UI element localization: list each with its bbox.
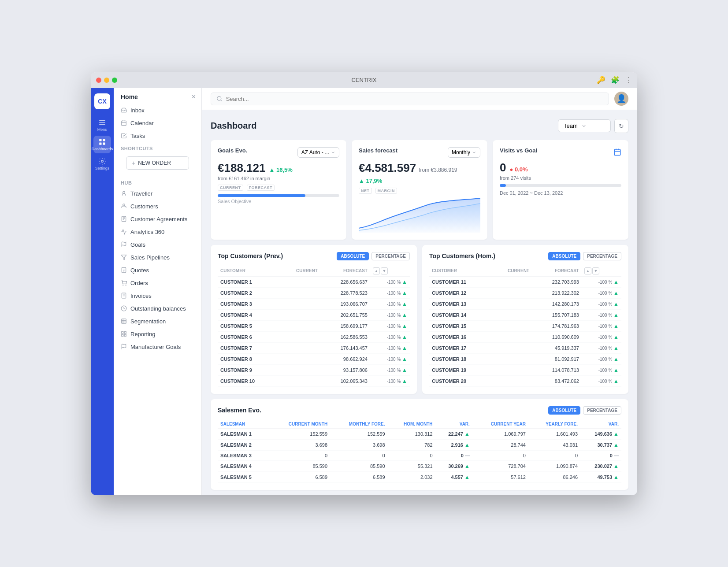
visits-progress-bar — [500, 184, 621, 187]
forecast-chevron-icon — [472, 150, 476, 155]
page-title: Dashboard — [211, 121, 256, 131]
trend-icon: ▲ — [464, 474, 470, 480]
top-prev-percentage-btn[interactable]: PERCENTAGE — [371, 252, 410, 260]
current-val — [490, 298, 532, 309]
minimize-button[interactable] — [104, 78, 109, 83]
nav-item-agreements[interactable]: Customer Agreements — [114, 213, 201, 226]
goals-dropdown[interactable]: AZ Auto - ... — [297, 147, 339, 158]
hom-sort-down-icon[interactable]: ▼ — [592, 267, 599, 274]
top-prev-header: Top Customers (Prev.) ABSOLUTE PERCENTAG… — [218, 252, 410, 260]
nav-item-tasks[interactable]: Tasks — [114, 130, 201, 142]
sidebar-item-menu[interactable]: Menu — [93, 116, 111, 134]
pct-val: -100 % ▲ — [370, 331, 410, 342]
maximize-button[interactable] — [112, 78, 117, 83]
nav-item-goals[interactable]: Goals — [114, 238, 201, 251]
nav-item-calendar[interactable]: Calendar — [114, 117, 201, 130]
visits-date-range: Dec 01, 2022 ~ Dec 13, 2022 — [500, 190, 621, 196]
nav-item-inbox[interactable]: Inbox — [114, 104, 201, 117]
goals-icon — [121, 241, 127, 248]
nav-item-invoices[interactable]: Invoices — [114, 289, 201, 302]
top-hom-thead-row: Customer CURRENT FORECAST ▲ ▼ — [429, 266, 621, 277]
table-row: CUSTOMER 7 176.143.457 -100 % ▲ — [218, 342, 410, 353]
invoices-icon — [121, 293, 127, 299]
window-controls[interactable] — [96, 78, 117, 83]
salesman-name: SALESMAN 2 — [218, 439, 268, 450]
quotes-icon — [121, 267, 127, 273]
sidebar-item-settings[interactable]: Settings — [93, 155, 111, 173]
nav-item-orders[interactable]: Orders — [114, 277, 201, 289]
pct-val: -100 % ▲ — [582, 375, 621, 386]
forecast-val: 158.699.177 — [320, 320, 370, 331]
nav-item-mfg-goals[interactable]: Manufacturer Goals — [114, 341, 201, 353]
trend-icon: ▲ — [613, 301, 619, 307]
nav-item-quotes[interactable]: Quotes — [114, 264, 201, 277]
table-row: CUSTOMER 4 202.651.755 -100 % ▲ — [218, 309, 410, 320]
top-hom-absolute-btn[interactable]: ABSOLUTE — [548, 252, 580, 260]
salesman-name: SALESMAN 3 — [218, 450, 268, 460]
tables-row: Top Customers (Prev.) ABSOLUTE PERCENTAG… — [211, 245, 628, 394]
hom-sort-up-icon[interactable]: ▲ — [584, 267, 591, 274]
nav-item-sales-pipelines[interactable]: Sales Pipelines — [114, 251, 201, 264]
nav-item-outstanding[interactable]: Outstanding balances — [114, 302, 201, 315]
team-dropdown[interactable]: Team — [558, 119, 611, 132]
table-row: CUSTOMER 15 174.781.963 -100 % ▲ — [429, 320, 621, 331]
forecast-badge: ▲ 17,9% — [359, 178, 382, 184]
search-input[interactable] — [226, 96, 603, 102]
customers-icon — [121, 203, 127, 209]
nav-item-reporting[interactable]: Reporting — [114, 328, 201, 341]
hom-month-val: 2.032 — [388, 471, 435, 482]
customer-name: CUSTOMER 4 — [218, 309, 279, 320]
top-prev-title: Top Customers (Prev.) — [218, 252, 283, 259]
forecast-dropdown[interactable]: Monthly — [448, 147, 480, 158]
var1-val: 4.557 ▲ — [435, 471, 472, 482]
app-logo[interactable]: CX — [94, 93, 110, 109]
table-row: CUSTOMER 2 228.778.523 -100 % ▲ — [218, 287, 410, 298]
close-nav-button[interactable]: ✕ — [191, 93, 196, 100]
salesmen-absolute-btn[interactable]: ABSOLUTE — [548, 406, 580, 415]
current-val — [490, 342, 532, 353]
goals-evo-card: Goals Evo. AZ Auto - ... €188.121 ▲ 16,5… — [211, 140, 346, 240]
forecast-val: 98.662.924 — [320, 353, 370, 364]
nav-item-customers[interactable]: Customers — [114, 200, 201, 213]
new-order-button[interactable]: + NEW ORDER — [126, 156, 189, 170]
table-row: CUSTOMER 11 232.703.993 -100 % ▲ — [429, 276, 621, 287]
yearly-fore-val: 1.601.493 — [528, 428, 580, 439]
salesman-name: SALESMAN 1 — [218, 428, 268, 439]
forecast-val: 45.919.337 — [532, 342, 582, 353]
customer-name: CUSTOMER 17 — [429, 342, 490, 353]
table-row: CUSTOMER 13 142.280.173 -100 % ▲ — [429, 298, 621, 309]
top-hom-title: Top Customers (Hom.) — [429, 252, 495, 259]
close-button[interactable] — [96, 78, 101, 83]
menu-icon — [98, 119, 106, 126]
current-val — [279, 309, 320, 320]
salesmen-percentage-btn[interactable]: PERCENTAGE — [583, 406, 621, 415]
nav-item-traveller[interactable]: Traveller — [114, 187, 201, 200]
top-prev-absolute-btn[interactable]: ABSOLUTE — [337, 252, 369, 260]
table-row: SALESMAN 5 6.589 6.589 2.032 4.557 ▲ 57.… — [218, 471, 621, 482]
sidebar: CX Menu Dashboards Settings — [91, 88, 114, 495]
table-row: CUSTOMER 14 155.707.183 -100 % ▲ — [429, 309, 621, 320]
sidebar-item-dashboards[interactable]: Dashboards — [93, 136, 111, 153]
nav-mfg-goals-label: Manufacturer Goals — [130, 344, 181, 350]
sort-down-icon[interactable]: ▼ — [381, 267, 388, 274]
nav-orders-label: Orders — [130, 280, 148, 286]
nav-item-segmentation[interactable]: Segmentation — [114, 315, 201, 328]
visits-calendar-icon[interactable] — [613, 148, 621, 156]
table-row: CUSTOMER 20 83.472.062 -100 % ▲ — [429, 375, 621, 386]
search-box[interactable] — [211, 93, 609, 105]
top-hom-percentage-btn[interactable]: PERCENTAGE — [583, 252, 621, 260]
sort-up-icon[interactable]: ▲ — [373, 267, 380, 274]
yearly-fore-val: 43.031 — [528, 439, 580, 450]
customer-name: CUSTOMER 13 — [429, 298, 490, 309]
pct-val: -100 % ▲ — [582, 342, 621, 353]
pct-val: -100 % ▲ — [582, 331, 621, 342]
goals-progress-fill — [218, 194, 305, 197]
goals-sub: from €161.462 in margin — [218, 176, 339, 181]
salesmen-evo-card: Salesmen Evo. ABSOLUTE PERCENTAGE Salesm… — [211, 399, 628, 490]
forecast-val: 176.143.457 — [320, 342, 370, 353]
col-yearly-fore: Yearly Fore. — [528, 420, 580, 429]
topbar: 👤 — [202, 88, 637, 110]
svg-rect-5 — [99, 142, 101, 145]
refresh-button[interactable]: ↻ — [614, 119, 628, 133]
nav-item-analytics[interactable]: Analytics 360 — [114, 226, 201, 238]
